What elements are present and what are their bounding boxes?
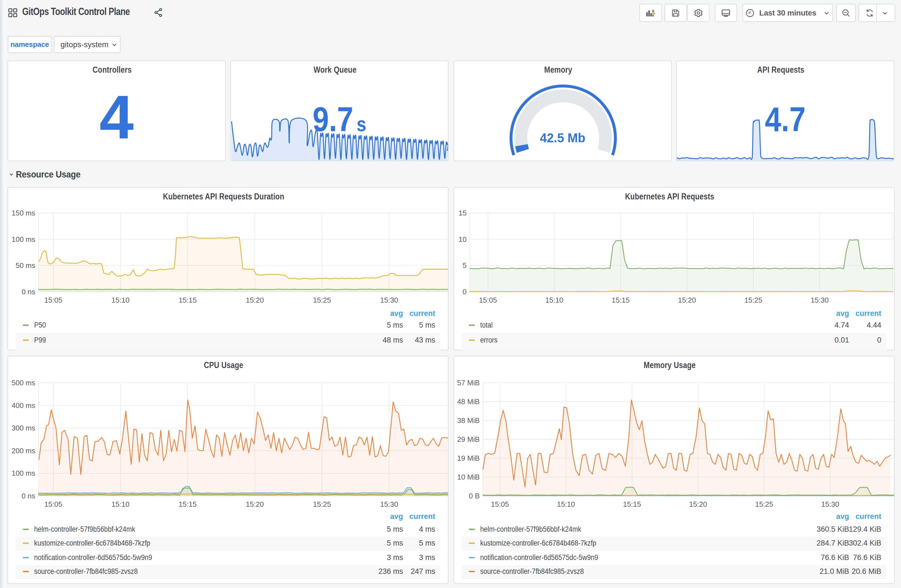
svg-text:15:25: 15:25 — [313, 296, 331, 304]
svg-text:19 MiB: 19 MiB — [457, 454, 480, 462]
svg-text:48 MiB: 48 MiB — [457, 397, 480, 406]
svg-text:400 ms: 400 ms — [12, 401, 35, 410]
svg-text:150 ms: 150 ms — [12, 209, 35, 217]
svg-text:200 ms: 200 ms — [12, 446, 35, 455]
svg-text:15:20: 15:20 — [678, 296, 696, 304]
svg-text:15:15: 15:15 — [178, 500, 196, 509]
svg-text:15:05: 15:05 — [44, 296, 62, 304]
svg-text:15:30: 15:30 — [811, 296, 829, 304]
svg-text:15:30: 15:30 — [380, 500, 398, 509]
svg-text:0 ns: 0 ns — [22, 492, 35, 500]
svg-text:15:25: 15:25 — [313, 500, 331, 509]
svg-text:15:25: 15:25 — [744, 296, 762, 304]
svg-text:15:15: 15:15 — [178, 296, 196, 304]
svg-text:15:30: 15:30 — [821, 500, 839, 509]
svg-text:15:15: 15:15 — [611, 296, 630, 304]
svg-text:15:05: 15:05 — [479, 296, 497, 304]
svg-text:0 ns: 0 ns — [22, 288, 35, 296]
svg-text:15:20: 15:20 — [246, 296, 264, 304]
svg-text:15: 15 — [458, 209, 467, 217]
svg-text:57 MiB: 57 MiB — [457, 379, 480, 387]
svg-text:15:10: 15:10 — [557, 500, 575, 509]
svg-text:100 ms: 100 ms — [12, 235, 35, 244]
svg-text:50 ms: 50 ms — [16, 261, 35, 269]
svg-text:15:20: 15:20 — [246, 500, 264, 509]
svg-text:38 MiB: 38 MiB — [457, 416, 480, 425]
svg-text:15:30: 15:30 — [380, 296, 398, 304]
svg-text:5: 5 — [463, 261, 467, 269]
svg-text:15:10: 15:10 — [111, 296, 129, 304]
svg-text:100 ms: 100 ms — [12, 469, 35, 478]
svg-text:15:20: 15:20 — [689, 500, 707, 509]
svg-text:15:25: 15:25 — [755, 500, 773, 509]
svg-text:29 MiB: 29 MiB — [457, 435, 480, 443]
svg-text:300 ms: 300 ms — [12, 424, 35, 432]
svg-text:0 B: 0 B — [469, 492, 480, 500]
svg-text:15:15: 15:15 — [623, 500, 641, 509]
svg-text:15:10: 15:10 — [545, 296, 563, 304]
svg-text:500 ms: 500 ms — [12, 379, 35, 387]
svg-text:10: 10 — [458, 235, 467, 244]
svg-text:15:10: 15:10 — [111, 500, 129, 509]
svg-text:15:05: 15:05 — [44, 500, 62, 509]
svg-text:0: 0 — [463, 288, 467, 296]
svg-text:15:05: 15:05 — [491, 500, 509, 509]
svg-text:10 MiB: 10 MiB — [457, 473, 480, 481]
